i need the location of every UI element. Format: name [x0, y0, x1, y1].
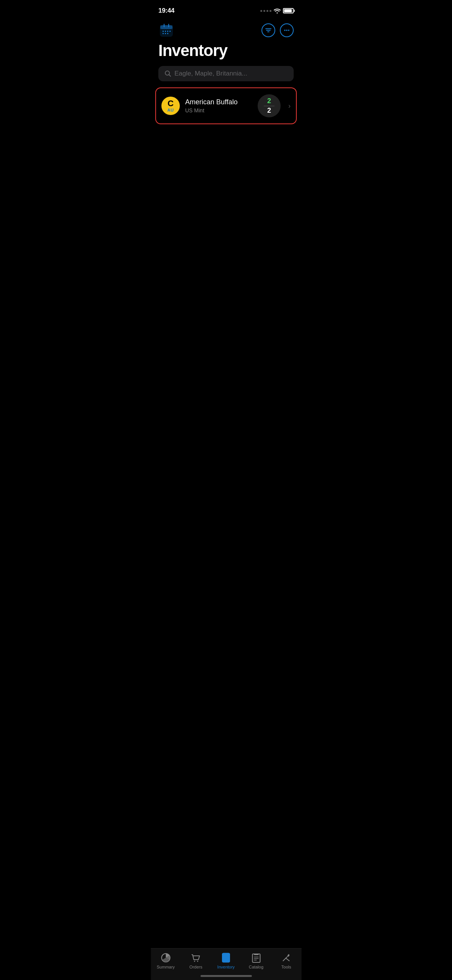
- battery-icon: [283, 8, 294, 13]
- svg-point-15: [284, 30, 286, 31]
- svg-rect-9: [167, 33, 168, 34]
- inventory-list: C AU American Buffalo US Mint 2 2 ›: [151, 87, 301, 124]
- calendar-icon: [160, 24, 173, 37]
- signal-icon: [260, 10, 271, 12]
- svg-rect-3: [163, 31, 164, 32]
- item-name: American Buffalo: [185, 98, 252, 106]
- coin-avatar: C AU: [161, 97, 180, 115]
- header: [151, 19, 301, 40]
- search-icon: [164, 70, 171, 77]
- item-mint: US Mint: [185, 107, 252, 113]
- svg-rect-5: [167, 31, 168, 32]
- page-title: Inventory: [151, 40, 301, 66]
- count-divider: [264, 106, 274, 106]
- wifi-icon: [274, 8, 281, 13]
- svg-rect-7: [163, 33, 164, 34]
- svg-line-19: [169, 75, 171, 77]
- svg-rect-2: [160, 25, 173, 29]
- calendar-button[interactable]: [158, 22, 174, 38]
- filter-icon: [265, 27, 272, 34]
- svg-rect-6: [169, 31, 171, 32]
- more-icon: [283, 27, 290, 34]
- chevron-right-icon: ›: [288, 102, 291, 110]
- item-info: American Buffalo US Mint: [185, 98, 252, 113]
- status-time: 19:44: [158, 7, 174, 15]
- svg-point-16: [286, 30, 288, 31]
- filter-button[interactable]: [261, 23, 275, 37]
- count-bottom: 2: [267, 107, 271, 115]
- search-placeholder: Eagle, Maple, Britannia...: [174, 70, 247, 77]
- more-button[interactable]: [280, 23, 294, 37]
- search-bar[interactable]: Eagle, Maple, Britannia...: [158, 66, 294, 81]
- svg-rect-4: [165, 31, 166, 32]
- coin-letter: C: [168, 99, 174, 108]
- inventory-item[interactable]: C AU American Buffalo US Mint 2 2 ›: [155, 87, 297, 124]
- header-right-icons: [261, 23, 294, 37]
- svg-point-17: [288, 30, 289, 31]
- status-bar: 19:44: [151, 0, 301, 19]
- coin-type-label: AU: [168, 108, 174, 112]
- item-count-circle: 2 2: [258, 94, 281, 117]
- count-top: 2: [267, 97, 271, 105]
- svg-rect-8: [165, 33, 166, 34]
- status-icons: [260, 8, 294, 13]
